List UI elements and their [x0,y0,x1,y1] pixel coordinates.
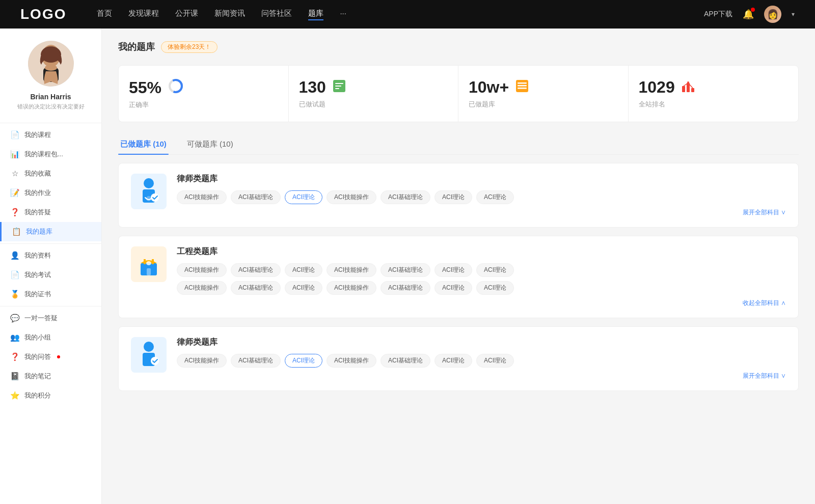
stat-banks-value: 10w+ [469,78,509,97]
tab-available-banks[interactable]: 可做题库 (10) [185,134,235,154]
svg-rect-14 [518,88,527,89]
qa-label: 我的答疑 [24,208,51,217]
l2-tag-0[interactable]: ACI技能操作 [177,354,227,368]
l2-tag-6[interactable]: ACI理论 [476,354,514,368]
sidebar-item-notes[interactable]: 📓 我的笔记 [0,367,101,386]
nav-exam-bank[interactable]: 题库 [308,9,323,20]
tag-4[interactable]: ACI基础理论 [381,190,430,204]
stat-accuracy-top: 55% [129,78,278,97]
eng-tag-r2-2[interactable]: ACI理论 [285,281,322,295]
sidebar-item-favorites[interactable]: ☆ 我的收藏 [0,164,101,183]
l2-tag-2-active[interactable]: ACI理论 [285,354,322,368]
svg-point-26 [146,261,151,265]
eng-tag-r1-4[interactable]: ACI基础理论 [381,263,430,277]
my-questions-label: 我的问答 [24,352,51,361]
sidebar-item-my-questions[interactable]: ❓ 我的问答 [0,347,101,367]
nav-open-course[interactable]: 公开课 [175,9,198,20]
stat-banks-label: 已做题库 [469,100,618,109]
l2-tag-4[interactable]: ACI基础理论 [381,354,430,368]
svg-rect-10 [335,88,339,89]
tag-0[interactable]: ACI技能操作 [177,190,227,204]
bank-icon-engineering [131,246,167,282]
tag-6[interactable]: ACI理论 [476,190,514,204]
eng-tag-r1-5[interactable]: ACI理论 [434,263,472,277]
sidebar-item-homework[interactable]: 📝 我的作业 [0,183,101,203]
bank-lawyer-2-content: 律师类题库 ACI技能操作 ACI基础理论 ACI理论 ACI技能操作 ACI基… [177,337,786,380]
notification-bell[interactable]: 🔔 [743,9,754,20]
sidebar-item-certificate[interactable]: 🏅 我的证书 [0,285,101,304]
sidebar-item-one-on-one[interactable]: 💬 一对一答疑 [0,309,101,328]
sidebar-item-my-course[interactable]: 📄 我的课程 [0,125,101,145]
l2-tag-3[interactable]: ACI技能操作 [327,354,376,368]
expand-lawyer-1-btn[interactable]: 展开全部科目 ∨ [177,208,786,217]
tab-done-banks[interactable]: 已做题库 (10) [118,134,169,154]
eng-tag-r1-2[interactable]: ACI理论 [285,263,322,277]
qa-icon: ❓ [10,208,19,217]
svg-rect-12 [518,82,527,84]
l2-tag-1[interactable]: ACI基础理论 [231,354,281,368]
bank-card-engineering: 工程类题库 ACI技能操作 ACI基础理论 ACI理论 ACI技能操作 ACI基… [118,236,799,318]
tag-3[interactable]: ACI技能操作 [327,190,376,204]
sidebar-item-groups[interactable]: 👥 我的小组 [0,328,101,347]
one-on-one-icon: 💬 [10,314,19,323]
stats-row: 55% 正确率 130 [118,65,799,122]
nav-right: APP下载 🔔 👩 ▾ [704,6,795,23]
exam-label: 我的考试 [24,270,51,279]
logo: LOGO [20,6,66,22]
page-layout: Brian Harris 错误的决定比没有决定要好 📄 我的课程 📊 我的课程包… [0,29,815,504]
sidebar-item-course-package[interactable]: 📊 我的课程包... [0,145,101,164]
stat-done-top: 130 [299,78,448,97]
l2-tag-5[interactable]: ACI理论 [434,354,472,368]
bank-lawyer-2-tags: ACI技能操作 ACI基础理论 ACI理论 ACI技能操作 ACI基础理论 AC… [177,354,786,368]
eng-tag-r1-3[interactable]: ACI技能操作 [327,263,376,277]
favorites-label: 我的收藏 [24,169,51,178]
eng-tag-r2-3[interactable]: ACI技能操作 [327,281,376,295]
ranking-icon [681,79,695,96]
nav-news[interactable]: 新闻资讯 [214,9,245,20]
stat-done-value: 130 [299,78,326,97]
my-questions-icon: ❓ [10,352,19,361]
stat-rank-value: 1029 [639,78,675,97]
eng-tag-r1-6[interactable]: ACI理论 [476,263,514,277]
eng-tag-r2-6[interactable]: ACI理论 [476,281,514,295]
collapse-engineering-btn[interactable]: 收起全部科目 ∧ [177,299,786,307]
notes-label: 我的笔记 [24,372,51,381]
svg-point-3 [45,65,57,71]
nav-qa[interactable]: 问答社区 [261,9,292,20]
expand-lawyer-2-btn[interactable]: 展开全部科目 ∨ [177,372,786,380]
user-motto: 错误的决定比没有决定要好 [12,103,90,110]
sidebar-item-qa[interactable]: ❓ 我的答疑 [0,203,101,222]
bank-lawyer-2-title: 律师类题库 [177,337,786,348]
sidebar: Brian Harris 错误的决定比没有决定要好 📄 我的课程 📊 我的课程包… [0,29,102,504]
eng-tag-r1-1[interactable]: ACI基础理论 [231,263,281,277]
stat-banks-top: 10w+ [469,78,618,97]
eng-tag-r2-4[interactable]: ACI基础理论 [381,281,430,295]
svg-point-18 [687,81,689,83]
nav-discover[interactable]: 发现课程 [128,9,159,20]
sidebar-item-points[interactable]: ⭐ 我的积分 [0,386,101,405]
my-course-icon: 📄 [10,130,19,139]
app-download-btn[interactable]: APP下载 [704,10,732,19]
nav-home[interactable]: 首页 [97,9,112,20]
tag-2-active[interactable]: ACI理论 [285,190,322,204]
sidebar-item-profile[interactable]: 👤 我的资料 [0,246,101,265]
svg-point-30 [151,357,159,365]
svg-point-6 [173,83,179,89]
eng-tag-r2-5[interactable]: ACI理论 [434,281,472,295]
homework-label: 我的作业 [24,188,51,198]
eng-tag-r1-0[interactable]: ACI技能操作 [177,263,227,277]
tag-5[interactable]: ACI理论 [434,190,472,204]
points-icon: ⭐ [10,391,19,400]
main-content: 我的题库 体验剩余23天！ 55% 正确率 [102,29,815,504]
eng-tag-r2-0[interactable]: ACI技能操作 [177,281,227,295]
eng-tag-r2-1[interactable]: ACI基础理论 [231,281,281,295]
sidebar-item-exam-bank[interactable]: 📋 我的题库 [0,222,101,241]
sidebar-item-exam[interactable]: 📄 我的考试 [0,265,101,285]
groups-icon: 👥 [10,333,19,342]
tag-1[interactable]: ACI基础理论 [231,190,281,204]
nav-more[interactable]: ··· [340,9,346,20]
sidebar-divider-top [0,123,101,123]
user-dropdown-arrow[interactable]: ▾ [792,11,795,18]
avatar[interactable]: 👩 [764,6,781,23]
page-title: 我的题库 [118,41,155,53]
